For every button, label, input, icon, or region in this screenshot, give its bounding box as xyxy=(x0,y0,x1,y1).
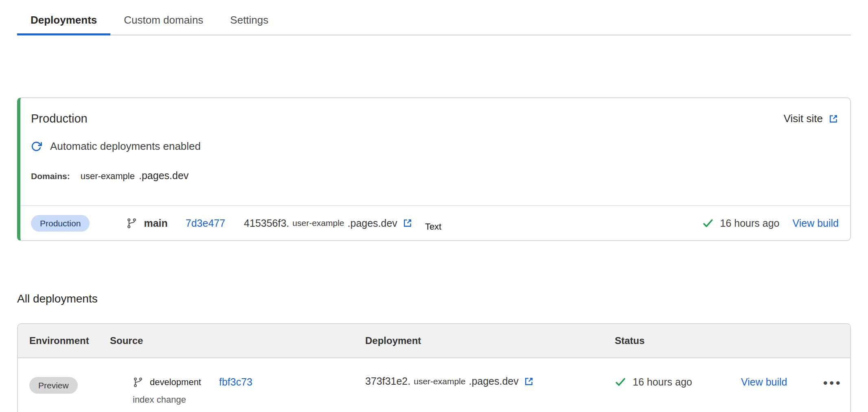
column-environment: Environment xyxy=(29,335,110,346)
tab-settings[interactable]: Settings xyxy=(217,10,282,35)
environment-badge-production: Production xyxy=(31,215,90,232)
commit-link[interactable]: fbf3c73 xyxy=(219,376,252,388)
table-row: Preview development fbf3c73 xyxy=(18,358,850,412)
external-link-icon xyxy=(828,114,839,124)
tab-bar: Deployments Custom domains Settings xyxy=(17,0,851,35)
external-link-icon[interactable] xyxy=(524,376,534,387)
deployments-page: Deployments Custom domains Settings Prod… xyxy=(0,0,868,412)
deployment-url-link[interactable]: 415356f3. user-example .pages.dev xyxy=(244,217,413,229)
table-header: Environment Source Deployment Status xyxy=(18,324,850,358)
check-icon xyxy=(615,376,626,388)
domain-name: user-example xyxy=(81,171,135,182)
view-build-cell: View build xyxy=(741,358,818,412)
tab-deployments[interactable]: Deployments xyxy=(17,10,110,35)
source-cell: development fbf3c73 index change xyxy=(110,358,365,412)
commit-message: index change xyxy=(133,394,365,405)
refresh-icon xyxy=(31,141,42,152)
deployment-cell: 373f31e2. user-example .pages.dev xyxy=(365,358,615,412)
deployment-time: 16 hours ago xyxy=(720,217,780,229)
auto-deployments-row: Automatic deployments enabled xyxy=(31,140,839,153)
all-deployments-heading: All deployments xyxy=(17,292,851,305)
column-status: Status xyxy=(615,335,741,346)
tab-custom-domains[interactable]: Custom domains xyxy=(110,10,217,35)
view-build-link[interactable]: View build xyxy=(741,376,787,388)
auto-deployments-text: Automatic deployments enabled xyxy=(50,140,201,153)
actions-cell: ••• xyxy=(818,358,842,412)
production-deployment-row: Production main 7d3e477 415356f3. user-e… xyxy=(20,205,850,240)
column-deployment: Deployment xyxy=(365,335,615,346)
check-icon xyxy=(702,217,714,229)
branch-name: development xyxy=(150,377,201,388)
status-group: 16 hours ago View build xyxy=(702,217,839,229)
deployment-time: 16 hours ago xyxy=(633,376,692,388)
column-source: Source xyxy=(110,335,365,346)
deployment-url-suffix: .pages.dev xyxy=(469,375,518,387)
environment-badge-preview: Preview xyxy=(29,377,78,394)
commit-note: Text xyxy=(425,221,441,232)
visit-site-label: Visit site xyxy=(784,112,823,125)
row-actions-menu-icon[interactable]: ••• xyxy=(823,376,842,390)
production-card-body: Production Visit site xyxy=(20,98,850,205)
production-card-header: Production Visit site xyxy=(31,112,839,125)
deployment-url-name: user-example xyxy=(292,218,344,228)
environment-cell: Preview xyxy=(29,358,110,412)
git-branch-icon xyxy=(133,377,143,388)
status-cell: 16 hours ago xyxy=(615,358,741,412)
all-deployments-table: Environment Source Deployment Status Pre… xyxy=(17,323,851,412)
deployment-url-prefix: 373f31e2. xyxy=(365,375,410,387)
production-card: Production Visit site xyxy=(17,97,851,241)
branch-group: main xyxy=(126,217,167,229)
domains-row: Domains: user-example .pages.dev xyxy=(31,170,839,182)
git-branch-icon xyxy=(126,218,137,229)
domains-label: Domains: xyxy=(31,171,70,181)
production-title: Production xyxy=(31,112,88,125)
deployment-url-suffix: .pages.dev xyxy=(348,217,397,229)
deployment-url-prefix: 415356f3. xyxy=(244,217,289,229)
commit-link[interactable]: 7d3e477 xyxy=(186,217,225,229)
external-link-icon[interactable] xyxy=(402,218,413,228)
deployment-url-link[interactable]: 373f31e2. user-example .pages.dev xyxy=(365,375,534,387)
domain-suffix: .pages.dev xyxy=(139,170,189,182)
view-build-link[interactable]: View build xyxy=(792,217,839,229)
deployment-url-name: user-example xyxy=(414,377,465,386)
visit-site-link[interactable]: Visit site xyxy=(784,112,839,125)
branch-name: main xyxy=(144,217,167,229)
